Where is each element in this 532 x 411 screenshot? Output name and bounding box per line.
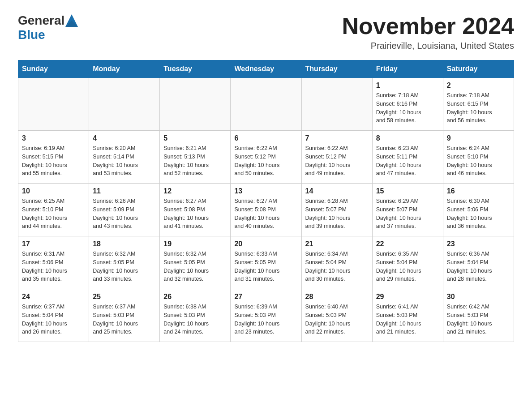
- day-number: 27: [234, 293, 297, 301]
- day-number: 22: [376, 240, 439, 248]
- calendar-cell: 29Sunrise: 6:41 AM Sunset: 5:03 PM Dayli…: [372, 289, 443, 342]
- calendar-cell: [89, 78, 160, 131]
- calendar-cell: 26Sunrise: 6:38 AM Sunset: 5:03 PM Dayli…: [160, 289, 231, 342]
- day-info: Sunrise: 6:42 AM Sunset: 5:03 PM Dayligh…: [447, 303, 510, 336]
- day-info: Sunrise: 6:31 AM Sunset: 5:06 PM Dayligh…: [22, 250, 85, 283]
- calendar-week-row: 1Sunrise: 7:18 AM Sunset: 6:16 PM Daylig…: [18, 78, 514, 131]
- calendar-week-row: 17Sunrise: 6:31 AM Sunset: 5:06 PM Dayli…: [18, 236, 514, 289]
- calendar-body: 1Sunrise: 7:18 AM Sunset: 6:16 PM Daylig…: [18, 78, 514, 342]
- day-number: 12: [163, 187, 227, 195]
- calendar-cell: 28Sunrise: 6:40 AM Sunset: 5:03 PM Dayli…: [301, 289, 372, 342]
- day-number: 28: [305, 293, 369, 301]
- day-number: 30: [447, 293, 510, 301]
- calendar-cell: [301, 78, 372, 131]
- calendar-cell: [231, 78, 301, 131]
- page-header: General Blue November 2024 Prairieville,…: [18, 13, 514, 51]
- day-number: 10: [22, 187, 85, 195]
- day-info: Sunrise: 6:25 AM Sunset: 5:10 PM Dayligh…: [22, 197, 85, 231]
- calendar-cell: [18, 78, 89, 131]
- calendar-cell: 18Sunrise: 6:32 AM Sunset: 5:05 PM Dayli…: [89, 236, 160, 289]
- day-info: Sunrise: 6:27 AM Sunset: 5:08 PM Dayligh…: [163, 197, 227, 231]
- day-number: 9: [447, 134, 510, 142]
- day-info: Sunrise: 6:19 AM Sunset: 5:15 PM Dayligh…: [22, 144, 85, 178]
- calendar-cell: 13Sunrise: 6:27 AM Sunset: 5:08 PM Dayli…: [231, 184, 301, 236]
- day-info: Sunrise: 6:34 AM Sunset: 5:04 PM Dayligh…: [305, 250, 369, 283]
- day-info: Sunrise: 6:26 AM Sunset: 5:09 PM Dayligh…: [93, 197, 156, 231]
- day-info: Sunrise: 7:18 AM Sunset: 6:15 PM Dayligh…: [447, 91, 510, 125]
- calendar-cell: 5Sunrise: 6:21 AM Sunset: 5:13 PM Daylig…: [160, 131, 231, 184]
- day-number: 24: [22, 293, 85, 301]
- calendar-week-row: 10Sunrise: 6:25 AM Sunset: 5:10 PM Dayli…: [18, 184, 514, 236]
- day-number: 6: [234, 134, 297, 142]
- day-number: 16: [447, 187, 510, 195]
- day-number: 23: [447, 240, 510, 248]
- day-info: Sunrise: 6:37 AM Sunset: 5:03 PM Dayligh…: [93, 303, 156, 336]
- day-info: Sunrise: 6:21 AM Sunset: 5:13 PM Dayligh…: [163, 144, 227, 178]
- day-info: Sunrise: 6:32 AM Sunset: 5:05 PM Dayligh…: [93, 250, 156, 283]
- day-number: 8: [376, 134, 439, 142]
- calendar-cell: 27Sunrise: 6:39 AM Sunset: 5:03 PM Dayli…: [231, 289, 301, 342]
- day-info: Sunrise: 6:33 AM Sunset: 5:05 PM Dayligh…: [234, 250, 297, 283]
- calendar-cell: 1Sunrise: 7:18 AM Sunset: 6:16 PM Daylig…: [372, 78, 443, 131]
- day-number: 19: [163, 240, 227, 248]
- calendar-cell: 21Sunrise: 6:34 AM Sunset: 5:04 PM Dayli…: [301, 236, 372, 289]
- calendar-cell: 10Sunrise: 6:25 AM Sunset: 5:10 PM Dayli…: [18, 184, 89, 236]
- calendar-cell: 19Sunrise: 6:32 AM Sunset: 5:05 PM Dayli…: [160, 236, 231, 289]
- calendar-cell: 15Sunrise: 6:29 AM Sunset: 5:07 PM Dayli…: [372, 184, 443, 236]
- day-header-sunday: Sunday: [18, 60, 89, 78]
- calendar-cell: 2Sunrise: 7:18 AM Sunset: 6:15 PM Daylig…: [443, 78, 514, 131]
- month-title: November 2024: [342, 13, 514, 39]
- calendar-cell: 8Sunrise: 6:23 AM Sunset: 5:11 PM Daylig…: [372, 131, 443, 184]
- logo-icon: [65, 14, 78, 27]
- day-number: 29: [376, 293, 439, 301]
- calendar-cell: 6Sunrise: 6:22 AM Sunset: 5:12 PM Daylig…: [231, 131, 301, 184]
- day-header-saturday: Saturday: [443, 60, 514, 78]
- day-info: Sunrise: 6:41 AM Sunset: 5:03 PM Dayligh…: [376, 303, 439, 336]
- day-info: Sunrise: 6:28 AM Sunset: 5:07 PM Dayligh…: [305, 197, 369, 231]
- calendar-cell: 11Sunrise: 6:26 AM Sunset: 5:09 PM Dayli…: [89, 184, 160, 236]
- location-subtitle: Prairieville, Louisiana, United States: [342, 41, 514, 51]
- day-header-monday: Monday: [89, 60, 160, 78]
- day-header-wednesday: Wednesday: [231, 60, 301, 78]
- day-info: Sunrise: 6:22 AM Sunset: 5:12 PM Dayligh…: [234, 144, 297, 178]
- day-header-tuesday: Tuesday: [160, 60, 231, 78]
- day-info: Sunrise: 6:38 AM Sunset: 5:03 PM Dayligh…: [163, 303, 227, 336]
- day-number: 26: [163, 293, 227, 301]
- day-info: Sunrise: 6:32 AM Sunset: 5:05 PM Dayligh…: [163, 250, 227, 283]
- calendar-cell: 12Sunrise: 6:27 AM Sunset: 5:08 PM Dayli…: [160, 184, 231, 236]
- day-info: Sunrise: 6:27 AM Sunset: 5:08 PM Dayligh…: [234, 197, 297, 231]
- calendar-cell: 24Sunrise: 6:37 AM Sunset: 5:04 PM Dayli…: [18, 289, 89, 342]
- day-number: 4: [93, 134, 156, 142]
- calendar-cell: 9Sunrise: 6:24 AM Sunset: 5:10 PM Daylig…: [443, 131, 514, 184]
- day-info: Sunrise: 7:18 AM Sunset: 6:16 PM Dayligh…: [376, 91, 439, 125]
- day-info: Sunrise: 6:36 AM Sunset: 5:04 PM Dayligh…: [447, 250, 510, 283]
- calendar-cell: 7Sunrise: 6:22 AM Sunset: 5:12 PM Daylig…: [301, 131, 372, 184]
- day-number: 7: [305, 134, 369, 142]
- day-number: 11: [93, 187, 156, 195]
- day-number: 13: [234, 187, 297, 195]
- day-number: 18: [93, 240, 156, 248]
- day-number: 17: [22, 240, 85, 248]
- day-number: 20: [234, 240, 297, 248]
- day-number: 5: [163, 134, 227, 142]
- calendar-cell: 3Sunrise: 6:19 AM Sunset: 5:15 PM Daylig…: [18, 131, 89, 184]
- day-info: Sunrise: 6:20 AM Sunset: 5:14 PM Dayligh…: [93, 144, 156, 178]
- calendar-cell: 25Sunrise: 6:37 AM Sunset: 5:03 PM Dayli…: [89, 289, 160, 342]
- calendar-cell: 23Sunrise: 6:36 AM Sunset: 5:04 PM Dayli…: [443, 236, 514, 289]
- logo-blue-text: Blue: [18, 28, 45, 42]
- logo: General Blue: [18, 13, 79, 42]
- day-info: Sunrise: 6:24 AM Sunset: 5:10 PM Dayligh…: [447, 144, 510, 178]
- calendar-table: SundayMondayTuesdayWednesdayThursdayFrid…: [18, 60, 514, 342]
- day-number: 25: [93, 293, 156, 301]
- calendar-cell: 22Sunrise: 6:35 AM Sunset: 5:04 PM Dayli…: [372, 236, 443, 289]
- logo-general-text: General: [18, 13, 64, 28]
- day-number: 3: [22, 134, 85, 142]
- day-info: Sunrise: 6:30 AM Sunset: 5:06 PM Dayligh…: [447, 197, 510, 231]
- day-info: Sunrise: 6:23 AM Sunset: 5:11 PM Dayligh…: [376, 144, 439, 178]
- calendar-week-row: 24Sunrise: 6:37 AM Sunset: 5:04 PM Dayli…: [18, 289, 514, 342]
- calendar-header: SundayMondayTuesdayWednesdayThursdayFrid…: [18, 60, 514, 78]
- day-info: Sunrise: 6:22 AM Sunset: 5:12 PM Dayligh…: [305, 144, 369, 178]
- calendar-cell: 4Sunrise: 6:20 AM Sunset: 5:14 PM Daylig…: [89, 131, 160, 184]
- day-info: Sunrise: 6:39 AM Sunset: 5:03 PM Dayligh…: [234, 303, 297, 336]
- day-info: Sunrise: 6:40 AM Sunset: 5:03 PM Dayligh…: [305, 303, 369, 336]
